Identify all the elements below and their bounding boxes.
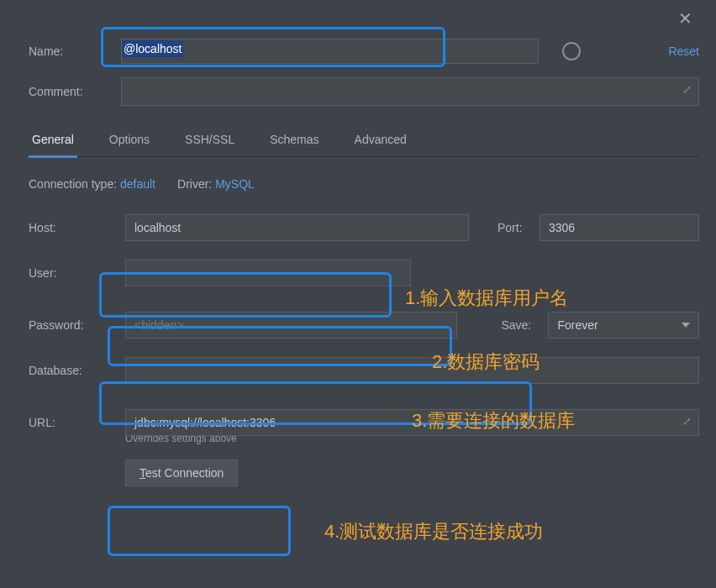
port-label: Port: (498, 221, 540, 234)
user-label: User: (29, 266, 125, 280)
tab-ssh-ssl[interactable]: SSH/SSL (182, 126, 238, 156)
url-label: URL: (29, 416, 125, 429)
test-connection-button[interactable]: Test Connection (125, 459, 238, 486)
status-ring-icon (562, 42, 581, 60)
test-connection-underline: T (140, 466, 145, 480)
chevron-down-icon (682, 323, 690, 328)
tabs: General Options SSH/SSL Schemas Advanced (29, 126, 699, 157)
host-input[interactable] (125, 214, 469, 241)
expand-icon[interactable]: ⤢ (682, 415, 692, 428)
password-label: Password: (29, 318, 125, 332)
tab-advanced[interactable]: Advanced (351, 126, 410, 156)
name-label: Name: (29, 45, 121, 58)
reset-link[interactable]: Reset (668, 45, 699, 58)
close-icon[interactable]: ✕ (678, 8, 692, 29)
tab-options[interactable]: Options (106, 126, 153, 156)
save-select[interactable]: Forever (548, 312, 699, 339)
save-label: Save: (501, 318, 548, 332)
database-row: Database: (29, 357, 699, 384)
password-row: Password: Save: Forever (29, 312, 699, 339)
user-row: User: (29, 260, 699, 286)
url-row: URL: jdbc:mysql://localhost:3306 ⤢ (29, 409, 699, 436)
host-row: Host: Port: (29, 214, 699, 241)
user-input[interactable] (125, 260, 411, 286)
comment-label: Comment: (29, 85, 121, 98)
url-value: jdbc:mysql://localhost:3306 (134, 416, 276, 429)
test-connection-rest: est Connection (145, 466, 224, 480)
database-label: Database: (29, 364, 125, 377)
driver-link[interactable]: MySQL (215, 177, 255, 191)
comment-row: Comment: ⤢ (29, 77, 699, 106)
connection-info: Connection type: default Driver: MySQL (29, 177, 699, 191)
database-input[interactable] (125, 357, 699, 384)
name-row: Name: Reset (29, 39, 699, 64)
connection-type-link[interactable]: default (120, 177, 155, 191)
host-label: Host: (29, 221, 125, 234)
expand-icon[interactable]: ⤢ (682, 83, 692, 96)
url-input[interactable]: jdbc:mysql://localhost:3306 ⤢ (125, 409, 699, 436)
save-select-value: Forever (557, 318, 598, 332)
tab-general[interactable]: General (29, 126, 77, 156)
comment-input[interactable]: ⤢ (121, 77, 699, 106)
port-input[interactable] (540, 214, 699, 241)
password-input[interactable] (125, 312, 457, 339)
driver-label: Driver: (177, 177, 212, 191)
name-input[interactable] (121, 39, 539, 64)
connection-type-label: Connection type: (29, 177, 117, 191)
tab-schemas[interactable]: Schemas (266, 126, 322, 156)
test-row: Test Connection (29, 459, 699, 486)
